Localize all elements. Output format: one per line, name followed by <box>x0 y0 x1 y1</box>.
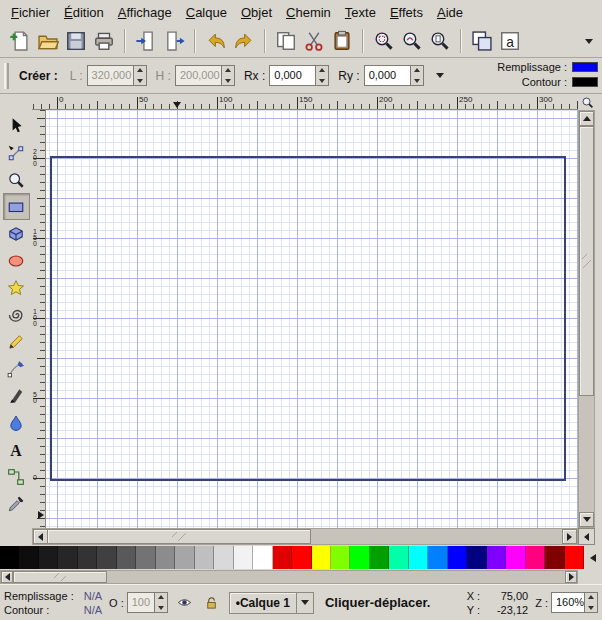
vertical-scrollbar-thumb[interactable] <box>579 126 594 396</box>
connector-tool-button[interactable] <box>3 463 30 490</box>
import-document-button[interactable] <box>132 26 160 56</box>
zoom-drawing-button[interactable] <box>398 26 426 56</box>
menu-objet[interactable]: Objet <box>234 2 279 23</box>
menu-aide[interactable]: Aide <box>430 2 470 23</box>
canvas[interactable] <box>46 110 578 528</box>
menu-fichier[interactable]: Fichier <box>4 2 57 23</box>
spiral-tool-button[interactable] <box>3 301 30 328</box>
palette-swatch[interactable] <box>117 546 136 569</box>
palette-swatch[interactable] <box>545 546 564 569</box>
palette-swatch[interactable] <box>389 546 408 569</box>
palette-scroll-right-button[interactable] <box>565 571 577 583</box>
star-tool-button[interactable] <box>3 274 30 301</box>
selector-tool-button[interactable] <box>3 112 30 139</box>
spin-down-button[interactable] <box>222 76 234 86</box>
dropper-tool-button[interactable] <box>3 490 30 517</box>
palette-swatch[interactable] <box>409 546 428 569</box>
menu-affichage[interactable]: Affichage <box>111 2 179 23</box>
layer-visibility-button[interactable] <box>175 593 195 613</box>
zoom-input[interactable]: 160% <box>551 592 598 613</box>
layer-lock-button[interactable] <box>202 593 222 613</box>
stroke-color-swatch[interactable] <box>572 77 598 87</box>
undo-button[interactable] <box>202 26 230 56</box>
horizontal-scrollbar-thumb[interactable] <box>47 529 311 544</box>
calligraphy-tool-button[interactable] <box>3 382 30 409</box>
palette-swatch[interactable] <box>58 546 77 569</box>
copy-button[interactable] <box>272 26 300 56</box>
menu-effets[interactable]: Effets <box>383 2 430 23</box>
palette-scrollbar[interactable] <box>0 570 578 584</box>
fill-color-swatch[interactable] <box>572 62 598 72</box>
zoom-selection-button[interactable] <box>370 26 398 56</box>
zoom-page-button[interactable] <box>426 26 454 56</box>
palette-swatch[interactable] <box>292 546 311 569</box>
palette-swatch[interactable] <box>175 546 194 569</box>
toolbar-grip[interactable] <box>4 63 9 89</box>
save-document-button[interactable] <box>62 26 90 56</box>
palette-swatch[interactable] <box>273 546 292 569</box>
palette-scroll-left-button[interactable] <box>1 571 13 583</box>
palette-swatch[interactable] <box>39 546 58 569</box>
spin-down-button[interactable] <box>134 76 146 86</box>
fill-stroke-status[interactable]: Remplissage : N/A Contour : N/A <box>4 590 102 616</box>
menu-calque[interactable]: Calque <box>179 2 234 23</box>
text-tool-button[interactable] <box>3 436 30 463</box>
menu-edition[interactable]: Édition <box>57 2 111 23</box>
icon-preview-button[interactable] <box>496 26 524 56</box>
spin-down-button[interactable] <box>585 603 597 613</box>
palette-swatch[interactable] <box>428 546 447 569</box>
palette-swatch[interactable] <box>487 546 506 569</box>
palette-swatch[interactable] <box>214 546 233 569</box>
new-view-button[interactable] <box>468 26 496 56</box>
layer-dropdown-button[interactable] <box>296 593 313 613</box>
palette-swatch[interactable] <box>331 546 350 569</box>
ellipse-tool-button[interactable] <box>3 247 30 274</box>
zoom-corner-button[interactable] <box>578 94 596 110</box>
layer-selector[interactable]: •Calque 1 <box>229 592 314 614</box>
palette-swatch[interactable] <box>506 546 525 569</box>
horizontal-ruler[interactable]: 050100150200250300 <box>32 94 578 110</box>
scroll-right-button[interactable] <box>562 529 577 544</box>
drawn-rectangle[interactable] <box>50 156 566 481</box>
opacity-input[interactable]: 100 <box>127 592 168 613</box>
horizontal-scrollbar[interactable] <box>32 528 578 545</box>
menu-texte[interactable]: Texte <box>338 2 383 23</box>
redo-button[interactable] <box>230 26 258 56</box>
new-document-button[interactable] <box>6 26 34 56</box>
spin-down-button[interactable] <box>411 76 423 86</box>
palette-swatch[interactable] <box>467 546 486 569</box>
menu-chemin[interactable]: Chemin <box>279 2 338 23</box>
zoom-tool-button[interactable] <box>3 166 30 193</box>
palette-scroll-button[interactable] <box>584 545 601 570</box>
vertical-scrollbar[interactable] <box>578 110 595 528</box>
palette-swatch[interactable] <box>312 546 331 569</box>
paste-button[interactable] <box>328 26 356 56</box>
spin-up-button[interactable] <box>134 66 146 76</box>
print-document-button[interactable] <box>90 26 118 56</box>
scroll-up-button[interactable] <box>579 111 594 126</box>
spin-up-button[interactable] <box>316 66 328 76</box>
palette-swatch[interactable] <box>253 546 272 569</box>
palette-swatch[interactable] <box>156 546 175 569</box>
scroll-left-button[interactable] <box>33 529 48 544</box>
palette-swatch[interactable] <box>136 546 155 569</box>
pencil-tool-button[interactable] <box>3 328 30 355</box>
palette-scrollbar-thumb[interactable] <box>13 571 107 583</box>
palette-swatch[interactable] <box>448 546 467 569</box>
palette-swatch[interactable] <box>350 546 369 569</box>
spin-up-button[interactable] <box>155 593 167 603</box>
palette-swatch[interactable] <box>370 546 389 569</box>
spin-up-button[interactable] <box>222 66 234 76</box>
field-h-input[interactable]: 200,000 <box>175 65 235 86</box>
box-3d-tool-button[interactable] <box>3 220 30 247</box>
field-rx-input[interactable]: 0,000 <box>269 65 329 86</box>
palette-swatch[interactable] <box>0 546 19 569</box>
export-document-button[interactable] <box>160 26 188 56</box>
tool-options-overflow-button[interactable] <box>432 68 448 84</box>
field-l-input[interactable]: 320,000 <box>87 65 147 86</box>
node-editor-tool-button[interactable] <box>3 139 30 166</box>
pen-tool-button[interactable] <box>3 355 30 382</box>
toolbar-overflow-button[interactable] <box>581 34 597 48</box>
palette-swatch[interactable] <box>526 546 545 569</box>
rectangle-tool-button[interactable] <box>3 193 30 220</box>
